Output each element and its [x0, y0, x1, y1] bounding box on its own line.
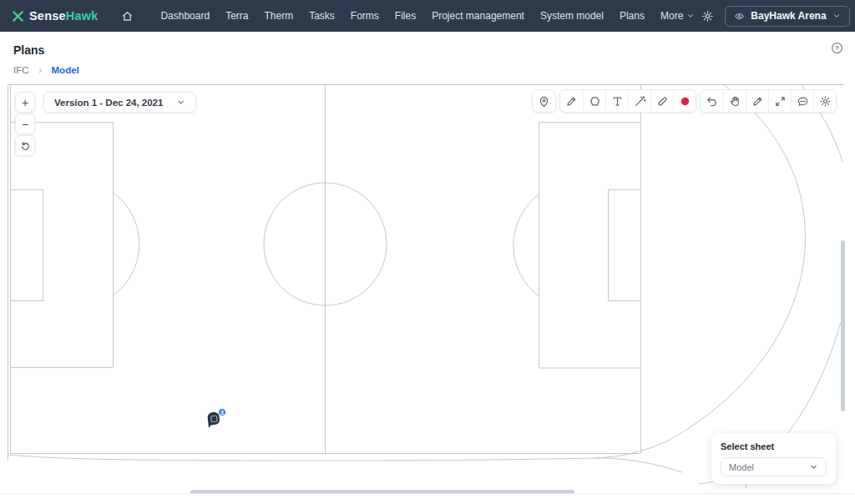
tool-group-draw — [559, 89, 696, 113]
comment-icon — [797, 95, 809, 108]
brand-logo[interactable]: SenseHawk — [12, 9, 98, 23]
chevron-down-icon — [809, 462, 818, 471]
comments-button[interactable] — [791, 90, 813, 112]
settings-button[interactable] — [813, 90, 836, 112]
annotation-toolbar — [532, 89, 837, 113]
chevron-down-icon — [176, 98, 185, 107]
nav-item-files[interactable]: Files — [395, 10, 416, 22]
top-navbar: SenseHawk Dashboard Terra Therm Tasks Fo… — [0, 0, 855, 32]
location-pin-tool-button[interactable] — [533, 90, 555, 112]
version-label: Version 1 - Dec 24, 2021 — [54, 98, 163, 108]
measure-tool-button[interactable] — [650, 90, 673, 112]
magic-wand-tool-button[interactable] — [628, 90, 650, 112]
location-pin-icon — [538, 95, 550, 108]
page-header: Plans IFC Model ? — [0, 32, 855, 83]
nav-item-forms[interactable]: Forms — [351, 10, 379, 22]
measure-icon — [656, 95, 669, 108]
chevron-down-icon — [686, 12, 695, 20]
gear-icon[interactable] — [701, 10, 714, 23]
brand-name: SenseHawk — [29, 9, 98, 23]
nav-item-terra[interactable]: Terra — [225, 10, 248, 22]
text-tool-button[interactable] — [605, 90, 628, 112]
breadcrumb-root[interactable]: IFC — [13, 65, 29, 75]
color-swatch-button[interactable] — [673, 90, 696, 112]
vertical-scrollbar[interactable] — [841, 240, 845, 411]
pan-hand-icon — [729, 95, 741, 108]
chevron-down-icon — [832, 12, 841, 20]
zoom-in-button[interactable]: + — [15, 92, 35, 113]
breadcrumb: IFC Model — [13, 65, 79, 75]
nav-item-system-model[interactable]: System model — [540, 10, 604, 22]
fullscreen-icon — [774, 95, 787, 108]
svg-text:?: ? — [835, 44, 839, 52]
help-icon[interactable]: ? — [831, 42, 843, 54]
nav-item-therm[interactable]: Therm — [264, 10, 293, 22]
undo-icon — [706, 95, 718, 108]
undo-button[interactable] — [701, 90, 723, 112]
polygon-icon — [589, 95, 601, 108]
nav-item-project-management[interactable]: Project management — [432, 10, 524, 22]
plan-viewer-canvas[interactable]: + − Version 1 - Dec 24, 2021 — [0, 83, 855, 504]
sensehawk-logo-icon — [12, 10, 24, 23]
organization-name: BayHawk Arena — [751, 10, 827, 22]
pencil-tool-button[interactable] — [560, 90, 583, 112]
select-sheet-panel: Select sheet Model — [711, 433, 836, 484]
plan-annotation-marker[interactable]: 3 — [205, 410, 226, 431]
pencil-icon — [565, 95, 578, 108]
draw-tool-button[interactable] — [746, 90, 768, 112]
reset-view-button[interactable] — [15, 135, 35, 156]
eye-icon — [734, 11, 745, 22]
navbar-right: BayHawk Arena EN A — [701, 6, 855, 27]
fullscreen-button[interactable] — [768, 90, 791, 112]
version-selector[interactable]: Version 1 - Dec 24, 2021 — [43, 92, 196, 113]
primary-nav: Dashboard Terra Therm Tasks Forms Files … — [160, 10, 695, 22]
select-sheet-label: Select sheet — [721, 441, 827, 451]
nav-item-tasks[interactable]: Tasks — [309, 10, 335, 22]
tool-group-view — [700, 89, 837, 113]
tool-group-marker — [532, 89, 556, 113]
polygon-tool-button[interactable] — [583, 90, 605, 112]
red-color-swatch-icon — [679, 95, 691, 108]
marker-count-badge: 3 — [218, 408, 226, 416]
home-icon[interactable] — [121, 10, 134, 23]
sheet-dropdown[interactable]: Model — [721, 457, 827, 476]
canvas-bottom-border — [0, 493, 855, 494]
magic-wand-icon — [634, 95, 646, 108]
nav-item-more[interactable]: More — [660, 10, 695, 22]
sheet-dropdown-value: Model — [729, 462, 809, 472]
zoom-out-button[interactable]: − — [15, 113, 35, 134]
pan-tool-button[interactable] — [723, 90, 746, 112]
nav-item-plans[interactable]: Plans — [620, 10, 645, 22]
organization-selector[interactable]: BayHawk Arena — [725, 6, 850, 27]
zoom-controls: + − — [15, 92, 35, 156]
rotate-ccw-icon — [20, 140, 31, 151]
breadcrumb-current[interactable]: Model — [52, 65, 79, 75]
gear-icon — [819, 95, 832, 108]
text-icon — [611, 95, 624, 108]
chevron-right-icon — [37, 67, 44, 74]
nav-item-dashboard[interactable]: Dashboard — [160, 10, 210, 22]
pencil-icon — [751, 95, 764, 108]
page-title: Plans — [13, 43, 44, 57]
